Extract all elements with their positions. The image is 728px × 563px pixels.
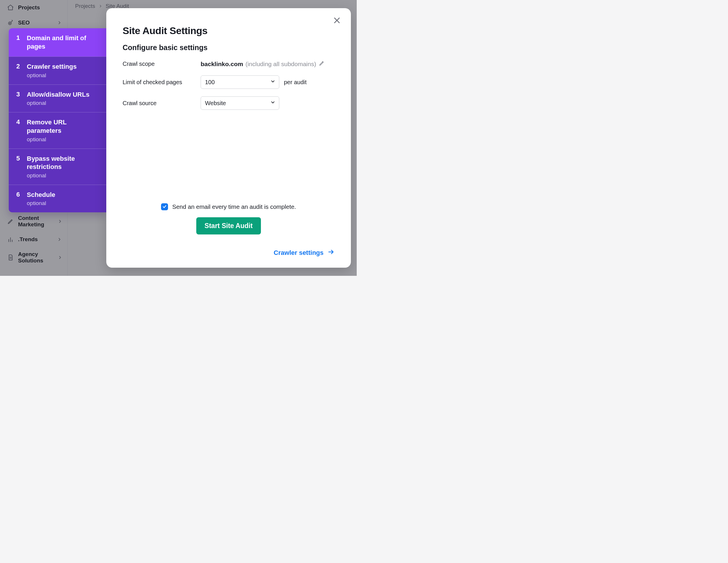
step-title: Domain and limit of pages bbox=[27, 34, 100, 51]
start-site-audit-button[interactable]: Start Site Audit bbox=[196, 217, 261, 234]
wizard-step-6[interactable]: 6 Schedule optional bbox=[9, 185, 106, 213]
wizard-step-5[interactable]: 5 Bypass website restrictions optional bbox=[9, 149, 106, 185]
settings-modal: Site Audit Settings Configure basic sett… bbox=[106, 8, 351, 268]
crawl-scope-label: Crawl scope bbox=[123, 61, 201, 67]
next-step-link[interactable]: Crawler settings bbox=[274, 248, 335, 257]
step-title: Crawler settings bbox=[27, 63, 77, 71]
step-number: 2 bbox=[16, 63, 20, 79]
modal-spacer bbox=[123, 117, 335, 203]
step-title: Schedule bbox=[27, 191, 55, 199]
row-crawl-source: Crawl source Website bbox=[123, 96, 335, 110]
limit-unit: per audit bbox=[284, 79, 307, 86]
arrow-right-icon bbox=[328, 248, 335, 257]
edit-crawl-scope-button[interactable] bbox=[319, 60, 325, 68]
row-limit-pages: Limit of checked pages 100 per audit bbox=[123, 75, 335, 89]
wizard-step-2[interactable]: 2 Crawler settings optional bbox=[9, 57, 106, 84]
crawl-scope-hint: (including all subdomains) bbox=[245, 61, 316, 68]
wizard-step-3[interactable]: 3 Allow/disallow URLs optional bbox=[9, 84, 106, 112]
step-optional: optional bbox=[27, 172, 100, 179]
step-optional: optional bbox=[27, 72, 77, 79]
wizard-step-4[interactable]: 4 Remove URL parameters optional bbox=[9, 112, 106, 148]
step-title: Allow/disallow URLs bbox=[27, 91, 89, 99]
close-icon bbox=[333, 16, 341, 26]
next-step-label: Crawler settings bbox=[274, 249, 324, 257]
source-select-value: Website bbox=[205, 100, 226, 107]
step-number: 1 bbox=[16, 34, 20, 51]
step-title: Remove URL parameters bbox=[27, 118, 100, 135]
limit-select-value: 100 bbox=[205, 79, 215, 86]
close-button[interactable] bbox=[332, 16, 342, 26]
step-number: 3 bbox=[16, 91, 20, 107]
row-crawl-scope: Crawl scope backlinko.com (including all… bbox=[123, 60, 335, 68]
limit-select[interactable]: 100 bbox=[201, 75, 279, 89]
crawl-scope-domain: backlinko.com bbox=[201, 61, 243, 68]
pencil-icon bbox=[319, 60, 325, 68]
email-notify-row: Send an email every time an audit is com… bbox=[123, 203, 335, 210]
step-optional: optional bbox=[27, 136, 100, 143]
step-number: 5 bbox=[16, 155, 20, 179]
chevron-down-icon bbox=[270, 100, 275, 107]
modal-title: Site Audit Settings bbox=[123, 25, 335, 36]
wizard-steps: 1 Domain and limit of pages 2 Crawler se… bbox=[9, 28, 106, 212]
step-number: 4 bbox=[16, 118, 20, 142]
email-notify-checkbox[interactable] bbox=[161, 203, 168, 210]
check-icon bbox=[162, 203, 167, 210]
step-title: Bypass website restrictions bbox=[27, 155, 100, 171]
limit-label: Limit of checked pages bbox=[123, 79, 201, 86]
step-number: 6 bbox=[16, 191, 20, 207]
step-optional: optional bbox=[27, 100, 89, 106]
source-label: Crawl source bbox=[123, 100, 201, 107]
chevron-down-icon bbox=[270, 79, 275, 86]
modal-subtitle: Configure basic settings bbox=[123, 43, 335, 52]
email-notify-label: Send an email every time an audit is com… bbox=[172, 203, 296, 210]
source-select[interactable]: Website bbox=[201, 96, 279, 110]
wizard-step-1[interactable]: 1 Domain and limit of pages bbox=[9, 28, 106, 57]
step-optional: optional bbox=[27, 200, 55, 207]
